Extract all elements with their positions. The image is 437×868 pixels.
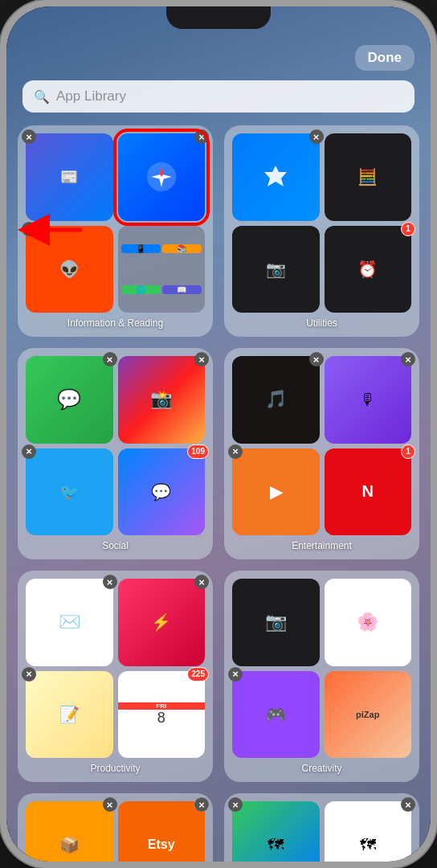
apps-grid-productivity: ✉️ ⚡ <box>26 579 205 758</box>
folder-shopping[interactable]: 📦 1 Etsy <box>18 793 213 862</box>
app-icon-messenger[interactable]: 109 💬 <box>118 448 206 536</box>
folder-label-productivity: Productivity <box>26 763 205 774</box>
app-icon-amazon[interactable]: 📦 <box>26 801 113 862</box>
folder-creativity[interactable]: 📷 🌸 <box>224 571 419 782</box>
app-icon-safari[interactable] <box>118 133 206 221</box>
app-icon-clock[interactable]: 1 ⏰ <box>325 226 412 313</box>
folder-label-entertainment: Entertainment <box>232 540 411 551</box>
app-icon-maps-google[interactable]: 🗺 <box>325 801 412 862</box>
top-bar: Done <box>6 39 431 77</box>
close-btn-etsy[interactable] <box>194 797 209 812</box>
app-icon-twitch[interactable]: 🎮 <box>232 671 320 759</box>
close-btn-podcasts[interactable] <box>401 352 415 366</box>
folder-social[interactable]: 💬 📸 <box>18 348 213 559</box>
app-icon-messages[interactable]: 💬 <box>26 356 113 444</box>
close-btn-instagram[interactable] <box>194 352 209 366</box>
app-icon-appstore[interactable] <box>232 133 320 221</box>
badge-netflix: 1 <box>401 444 415 459</box>
app-icon-photos[interactable]: 🌸 <box>325 579 412 666</box>
folder-utilities[interactable]: 🧮 📷 1 <box>224 125 419 337</box>
close-btn-twitch[interactable] <box>228 667 243 682</box>
search-icon: 🔍 <box>34 89 50 104</box>
search-placeholder: App Library <box>56 88 126 104</box>
notch <box>166 6 271 29</box>
app-icon-pizap[interactable]: piZap <box>325 671 412 759</box>
folder-entertainment[interactable]: 🎵 🎙 <box>224 348 419 559</box>
close-btn-notes[interactable] <box>22 667 36 682</box>
close-btn-1[interactable] <box>22 129 36 144</box>
app-icon-calculator[interactable]: 🧮 <box>325 133 412 221</box>
folder-maps[interactable]: 🗺 🗺 <box>224 793 419 862</box>
app-icon-camera2[interactable]: 📷 <box>232 579 320 666</box>
apps-grid-info: 📰 <box>26 133 205 313</box>
screen: Done 🔍 App Library <box>6 6 431 862</box>
app-icon-spark[interactable]: ⚡ <box>118 579 206 666</box>
close-btn-maps-google[interactable] <box>401 797 415 812</box>
folder-label-utilities: Utilities <box>232 317 411 329</box>
screen-content: Done 🔍 App Library <box>6 6 431 862</box>
folder-productivity[interactable]: ✉️ ⚡ <box>18 571 213 782</box>
close-btn-reddit[interactable] <box>22 222 36 236</box>
folder-label-social: Social <box>26 540 205 551</box>
app-icon-gmail[interactable]: ✉️ <box>26 579 113 666</box>
phone-frame: Done 🔍 App Library <box>0 0 437 868</box>
close-btn-crunchyroll[interactable] <box>228 444 243 459</box>
apps-grid-social: 💬 📸 <box>26 356 205 535</box>
app-icon-notes[interactable]: 📝 <box>26 671 113 759</box>
apps-grid-entertainment: 🎵 🎙 <box>232 356 411 535</box>
app-icon-spotify[interactable]: 🎵 <box>232 356 320 444</box>
folder-label-info: Information & Reading <box>26 317 205 329</box>
search-bar[interactable]: 🔍 App Library <box>22 80 415 113</box>
close-btn-maps-apple[interactable] <box>228 797 243 812</box>
app-icon-etsy[interactable]: 1 Etsy <box>118 801 206 862</box>
app-icon-instagram[interactable]: 📸 <box>118 356 206 444</box>
badge-calendar: 225 <box>187 667 209 682</box>
apps-grid-creativity: 📷 🌸 <box>232 579 411 758</box>
app-icon-netflix[interactable]: 1 N <box>325 448 412 536</box>
folder-info-reading[interactable]: 📰 <box>18 125 213 337</box>
app-icon-reddit[interactable]: 👽 <box>26 226 113 313</box>
app-icon-calendar[interactable]: 225 FRI 8 <box>118 671 206 759</box>
folder-label-creativity: Creativity <box>232 763 411 774</box>
app-icon-twitter[interactable]: 🐦 <box>26 448 113 536</box>
badge-messenger: 109 <box>187 444 209 459</box>
apps-grid-shopping: 📦 1 Etsy <box>26 801 205 862</box>
app-icon-camera[interactable]: 📷 <box>232 226 320 313</box>
close-btn-appstore[interactable] <box>309 129 324 144</box>
close-btn-spotify[interactable] <box>309 352 324 366</box>
folders-grid: 📰 <box>6 125 431 862</box>
close-btn-messages[interactable] <box>103 352 117 366</box>
close-btn-gmail[interactable] <box>103 575 117 589</box>
close-btn-safari[interactable] <box>194 129 209 144</box>
close-btn-twitter[interactable] <box>22 444 36 459</box>
app-icon-crunchyroll[interactable]: ▶ <box>232 448 320 536</box>
phone-inner: Done 🔍 App Library <box>6 6 431 862</box>
apps-grid-utilities: 🧮 📷 1 <box>232 133 411 313</box>
close-btn-amazon[interactable] <box>103 797 117 812</box>
apps-grid-maps: 🗺 🗺 <box>232 801 411 862</box>
done-button[interactable]: Done <box>355 45 415 71</box>
close-btn-spark[interactable] <box>194 575 209 589</box>
app-icon-podcasts[interactable]: 🎙 <box>325 356 412 444</box>
badge-clock: 1 <box>401 222 415 236</box>
app-icon-maps-apple[interactable]: 🗺 <box>232 801 320 862</box>
app-icon-1[interactable]: 📰 <box>26 133 113 221</box>
app-icon-small-group[interactable]: 📱 📚 🌐 📖 <box>118 226 206 313</box>
